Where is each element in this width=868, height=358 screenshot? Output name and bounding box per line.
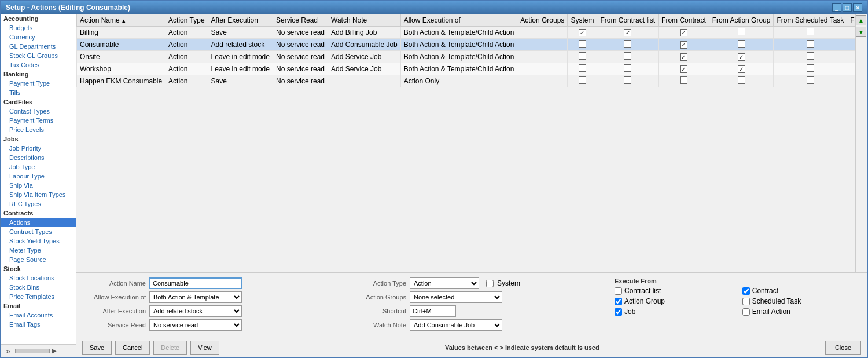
action-type-select[interactable]: Action Template	[410, 277, 479, 289]
scheduled-task-checkbox[interactable]	[742, 298, 750, 305]
table-cell-checkbox[interactable]	[738, 65, 745, 73]
table-cell-checkbox[interactable]	[807, 64, 814, 72]
action-groups-select[interactable]: None selected	[410, 291, 502, 303]
table-row[interactable]: ConsumableActionAdd related stockNo serv…	[77, 39, 856, 51]
sidebar-item-labour-type[interactable]: Labour Type	[1, 171, 76, 181]
action-group-checkbox[interactable]	[615, 298, 622, 305]
actions-table: Action NameAction TypeAfter ExecutionSer…	[76, 14, 855, 87]
table-cell-checkbox[interactable]	[807, 28, 814, 35]
table-cell-checkbox[interactable]	[738, 53, 745, 61]
sidebar-item-stock-yield-types[interactable]: Stock Yield Types	[1, 236, 76, 246]
sidebar-item-price-levels[interactable]: Price Levels	[1, 125, 76, 134]
sidebar-item-email-accounts[interactable]: Email Accounts	[1, 310, 76, 320]
allow-execution-select[interactable]: Both Action & Template Action Only Templ…	[149, 291, 242, 303]
table-cell-checkbox[interactable]	[807, 52, 814, 60]
close-button[interactable]: Close	[825, 341, 861, 355]
sidebar-item-currency[interactable]: Currency	[1, 32, 76, 42]
col-header-from-action-group[interactable]: From Action Group	[709, 14, 774, 27]
close-window-button[interactable]: ✕	[853, 3, 862, 12]
table-cell-checkbox[interactable]	[807, 76, 814, 84]
delete-button[interactable]: Delete	[153, 341, 187, 355]
table-cell-checkbox[interactable]	[738, 28, 745, 35]
watch-note-select[interactable]: Add Consumable Job Add Billing Job Add S…	[410, 319, 502, 331]
sidebar-item-payment-terms[interactable]: Payment Terms	[1, 116, 76, 125]
col-header-service-read[interactable]: Service Read	[273, 14, 328, 27]
sidebar-item-stock-gl-groups[interactable]: Stock GL Groups	[1, 51, 76, 60]
sidebar-item-stock-bins[interactable]: Stock Bins	[1, 283, 76, 292]
col-header-action-name[interactable]: Action Name	[77, 14, 165, 27]
col-header-action-type[interactable]: Action Type	[165, 14, 208, 27]
shortcut-input[interactable]	[410, 305, 456, 317]
col-header-action-groups[interactable]: Action Groups	[517, 14, 568, 27]
col-header-after-execution[interactable]: After Execution	[208, 14, 273, 27]
maximize-button[interactable]: □	[843, 3, 852, 12]
sidebar-item-tax-codes[interactable]: Tax Codes	[1, 60, 76, 70]
after-execution-select[interactable]: Add related stock Save Leave in edit mod…	[149, 305, 242, 317]
col-header-system[interactable]: System	[568, 14, 597, 27]
sidebar-item-tills[interactable]: Tills	[1, 88, 76, 97]
table-cell-checkbox[interactable]	[624, 64, 631, 72]
table-cell-checkbox[interactable]	[579, 29, 586, 36]
sidebar-item-job-type[interactable]: Job Type	[1, 162, 76, 171]
table-cell-checkbox[interactable]	[680, 29, 687, 36]
sidebar-item-budgets[interactable]: Budgets	[1, 23, 76, 32]
table-cell-checkbox[interactable]	[680, 65, 687, 73]
minimize-button[interactable]: _	[832, 3, 841, 12]
sidebar-item-stock-locations[interactable]: Stock Locations	[1, 273, 76, 283]
cancel-button[interactable]: Cancel	[115, 341, 150, 355]
sidebar-scroll-right[interactable]: ▶	[52, 348, 57, 354]
table-cell-checkbox[interactable]	[624, 76, 631, 84]
table-scroll-area[interactable]: Action NameAction TypeAfter ExecutionSer…	[76, 14, 855, 272]
table-cell-checkbox[interactable]	[624, 52, 631, 60]
job-checkbox[interactable]	[615, 308, 622, 316]
sidebar-item-price-templates[interactable]: Price Templates	[1, 292, 76, 301]
sidebar-item-payment-type[interactable]: Payment Type	[1, 79, 76, 88]
action-name-input[interactable]	[149, 277, 242, 289]
sidebar-item-ship-via[interactable]: Ship Via	[1, 181, 76, 190]
table-cell-checkbox[interactable]	[680, 41, 687, 49]
sidebar-item-contact-types[interactable]: Contact Types	[1, 107, 76, 116]
table-row[interactable]: WorkshopActionLeave in edit modeNo servi…	[77, 63, 856, 75]
col-header-from-contract[interactable]: From Contract	[659, 14, 709, 27]
col-header-watch-note[interactable]: Watch Note	[328, 14, 401, 27]
scroll-down-button[interactable]: ▼	[856, 27, 866, 37]
table-cell-checkbox[interactable]	[579, 40, 586, 48]
table-cell-checkbox[interactable]	[579, 64, 586, 72]
table-row[interactable]: BillingActionSaveNo service readAdd Bill…	[77, 27, 856, 39]
table-cell-checkbox[interactable]	[579, 52, 586, 60]
system-checkbox[interactable]	[486, 280, 494, 287]
table-cell-checkbox[interactable]	[807, 40, 814, 48]
sidebar-item-gl-departments[interactable]: GL Departments	[1, 42, 76, 51]
scroll-up-button[interactable]: ▲	[856, 15, 866, 25]
table-cell-checkbox[interactable]	[680, 53, 687, 61]
email-action-checkbox[interactable]	[742, 308, 750, 316]
table-cell-checkbox[interactable]	[624, 40, 631, 48]
save-button[interactable]: Save	[82, 341, 112, 355]
table-cell-checkbox[interactable]	[738, 76, 745, 84]
system-label: System	[497, 279, 520, 287]
sidebar-item-ship-via-item-types[interactable]: Ship Via Item Types	[1, 190, 76, 199]
sidebar-item-email-tags[interactable]: Email Tags	[1, 320, 76, 329]
table-cell-checkbox[interactable]	[738, 40, 745, 48]
service-read-select[interactable]: No service read Service read	[149, 319, 242, 331]
sidebar-item-job-priority[interactable]: Job Priority	[1, 144, 76, 153]
col-header-from-scheduled-task[interactable]: From Scheduled Task	[774, 14, 847, 27]
sidebar-item-descriptions[interactable]: Descriptions	[1, 153, 76, 162]
sidebar-item-meter-type[interactable]: Meter Type	[1, 246, 76, 255]
table-row[interactable]: OnsiteActionLeave in edit modeNo service…	[77, 51, 856, 63]
table-row[interactable]: Happen EKM ConsumableActionSaveNo servic…	[77, 75, 856, 87]
table-cell-checkbox[interactable]	[680, 76, 687, 84]
contract-list-checkbox[interactable]	[615, 287, 622, 295]
view-button[interactable]: View	[190, 341, 219, 355]
sidebar-item-contract-types[interactable]: Contract Types	[1, 227, 76, 236]
sidebar-item-rfc-types[interactable]: RFC Types	[1, 199, 76, 209]
sidebar-nav-arrow[interactable]: »	[3, 346, 13, 356]
col-header-allow-execution-of[interactable]: Allow Execution of	[400, 14, 517, 27]
table-cell-checkbox[interactable]	[579, 76, 586, 84]
sidebar-item-page-source[interactable]: Page Source	[1, 255, 76, 264]
sidebar-item-actions[interactable]: Actions	[1, 218, 76, 227]
table-cell-checkbox[interactable]	[624, 29, 631, 36]
col-header-from-job[interactable]: From Job	[847, 14, 855, 27]
contract-checkbox[interactable]	[742, 287, 750, 295]
col-header-from-contract-list[interactable]: From Contract list	[597, 14, 659, 27]
